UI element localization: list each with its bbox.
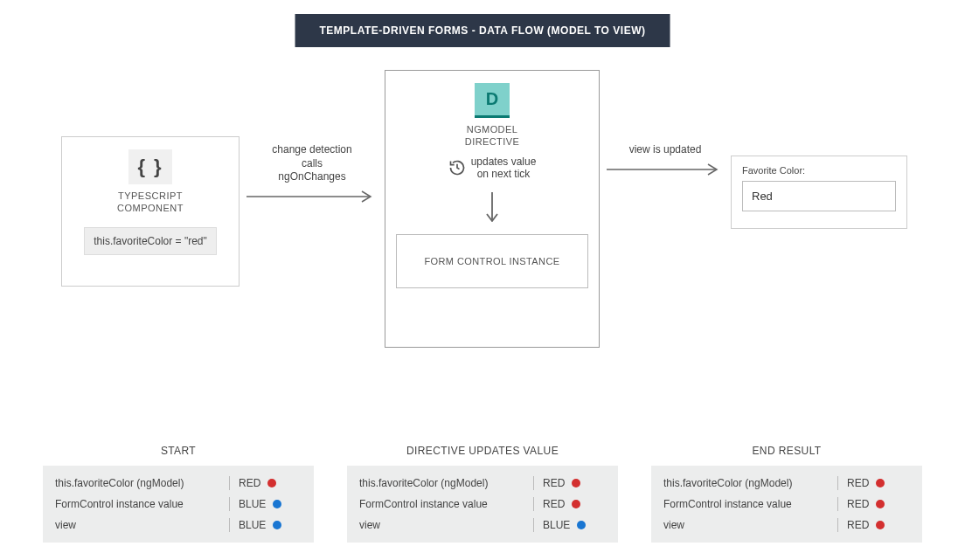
state-row-value: BLUE bbox=[239, 498, 302, 510]
state-table-body: this.favoriteColor (ngModel)REDFormContr… bbox=[651, 466, 922, 543]
divider bbox=[229, 476, 230, 490]
arrow-change-detection: change detection calls ngOnChanges bbox=[246, 143, 378, 204]
state-table-title: START bbox=[43, 445, 314, 457]
state-row-label: this.favoriteColor (ngModel) bbox=[359, 477, 524, 489]
state-row-value: RED bbox=[543, 498, 606, 510]
state-row-value: RED bbox=[847, 477, 910, 489]
divider bbox=[837, 518, 838, 532]
diagram-area: { } TYPESCRIPT COMPONENT this.favoriteCo… bbox=[0, 70, 965, 367]
ts-label-line1: TYPESCRIPT bbox=[118, 190, 183, 201]
divider bbox=[533, 476, 534, 490]
state-value-text: RED bbox=[847, 477, 869, 489]
blue-dot-icon bbox=[577, 521, 586, 529]
state-row: viewBLUE bbox=[356, 515, 609, 536]
state-row-value: BLUE bbox=[543, 519, 606, 531]
state-row-label: FormControl instance value bbox=[55, 498, 220, 510]
state-table-2: END RESULTthis.favoriteColor (ngModel)RE… bbox=[651, 445, 922, 543]
red-dot-icon bbox=[876, 500, 885, 508]
divider bbox=[837, 476, 838, 490]
state-table-title: END RESULT bbox=[651, 445, 922, 457]
state-table-body: this.favoriteColor (ngModel)REDFormContr… bbox=[347, 466, 618, 543]
curly-braces-icon: { } bbox=[128, 149, 172, 184]
state-row: FormControl instance valueRED bbox=[356, 494, 609, 515]
tick-text: updates value on next tick bbox=[471, 156, 537, 180]
typescript-component-box: { } TYPESCRIPT COMPONENT this.favoriteCo… bbox=[61, 136, 240, 287]
state-row-label: view bbox=[359, 519, 524, 531]
updates-value-row: updates value on next tick bbox=[396, 156, 588, 180]
state-row: viewRED bbox=[660, 515, 913, 536]
code-snippet: this.favoriteColor = "red" bbox=[84, 227, 217, 255]
red-dot-icon bbox=[876, 521, 885, 529]
state-row: viewBLUE bbox=[52, 515, 305, 536]
form-control-instance-box: FORM CONTROL INSTANCE bbox=[396, 234, 588, 288]
tick-l2: on next tick bbox=[477, 168, 531, 180]
state-tables-row: STARTthis.favoriteColor (ngModel)REDForm… bbox=[0, 445, 965, 543]
ngmodel-label: NGMODEL DIRECTIVE bbox=[396, 123, 588, 149]
arrow-right-icon bbox=[246, 190, 378, 204]
arrow1-l2: calls bbox=[302, 157, 323, 169]
state-row-label: view bbox=[663, 519, 829, 531]
state-table-0: STARTthis.favoriteColor (ngModel)REDForm… bbox=[43, 445, 314, 543]
tick-l1: updates value bbox=[471, 156, 537, 168]
state-table-title: DIRECTIVE UPDATES VALUE bbox=[347, 445, 618, 457]
divider bbox=[229, 497, 230, 511]
state-row-value: RED bbox=[239, 477, 302, 489]
red-dot-icon bbox=[572, 479, 580, 487]
state-row-label: this.favoriteColor (ngModel) bbox=[55, 477, 220, 489]
divider bbox=[229, 518, 230, 532]
directive-d-icon: D bbox=[475, 83, 510, 118]
arrow2-l1: view is updated bbox=[629, 143, 702, 156]
favorite-color-input[interactable]: Red bbox=[742, 181, 896, 211]
ng-l1: NGMODEL bbox=[467, 124, 517, 135]
arrow1-l1: change detection bbox=[272, 143, 351, 156]
ng-l2: DIRECTIVE bbox=[465, 136, 519, 147]
state-row: FormControl instance valueBLUE bbox=[52, 494, 305, 515]
state-value-text: BLUE bbox=[239, 498, 266, 510]
state-value-text: RED bbox=[543, 477, 565, 489]
arrow1-label: change detection calls ngOnChanges bbox=[272, 143, 351, 184]
state-value-text: RED bbox=[543, 498, 565, 510]
arrow-down-icon bbox=[483, 192, 501, 222]
red-dot-icon bbox=[267, 479, 276, 487]
state-row-label: view bbox=[55, 519, 220, 531]
state-value-text: BLUE bbox=[239, 519, 266, 531]
state-row-label: FormControl instance value bbox=[663, 498, 829, 510]
blue-dot-icon bbox=[273, 500, 281, 508]
state-value-text: RED bbox=[847, 519, 869, 531]
arrow2-label: view is updated bbox=[629, 143, 702, 157]
state-value-text: BLUE bbox=[543, 519, 570, 531]
state-row: FormControl instance valueRED bbox=[660, 494, 913, 515]
favorite-color-label: Favorite Color: bbox=[742, 165, 896, 176]
state-row-label: FormControl instance value bbox=[359, 498, 524, 510]
view-box: Favorite Color: Red bbox=[731, 156, 907, 229]
state-row: this.favoriteColor (ngModel)RED bbox=[52, 473, 305, 494]
state-value-text: RED bbox=[239, 477, 260, 489]
arrow-view-updated: view is updated bbox=[607, 143, 724, 176]
state-row-value: RED bbox=[847, 519, 910, 531]
clock-refresh-icon bbox=[448, 159, 466, 176]
arrow1-l3: ngOnChanges bbox=[278, 170, 345, 183]
divider bbox=[837, 497, 838, 511]
red-dot-icon bbox=[876, 479, 885, 487]
blue-dot-icon bbox=[273, 521, 281, 529]
state-row-value: RED bbox=[847, 498, 910, 510]
state-row-label: this.favoriteColor (ngModel) bbox=[663, 477, 829, 489]
state-table-body: this.favoriteColor (ngModel)REDFormContr… bbox=[43, 466, 314, 543]
diagram-title: TEMPLATE-DRIVEN FORMS - DATA FLOW (MODEL… bbox=[295, 14, 670, 47]
divider bbox=[533, 497, 534, 511]
state-value-text: RED bbox=[847, 498, 869, 510]
ngmodel-directive-box: D NGMODEL DIRECTIVE updates value on nex… bbox=[385, 70, 600, 348]
typescript-component-label: TYPESCRIPT COMPONENT bbox=[71, 190, 230, 215]
state-row: this.favoriteColor (ngModel)RED bbox=[660, 473, 913, 494]
state-row-value: BLUE bbox=[239, 519, 302, 531]
divider bbox=[533, 518, 534, 532]
state-row: this.favoriteColor (ngModel)RED bbox=[356, 473, 609, 494]
state-row-value: RED bbox=[543, 477, 606, 489]
arrow-right-icon bbox=[607, 162, 724, 176]
red-dot-icon bbox=[572, 500, 580, 508]
state-table-1: DIRECTIVE UPDATES VALUEthis.favoriteColo… bbox=[347, 445, 618, 543]
ts-label-line2: COMPONENT bbox=[117, 203, 184, 213]
